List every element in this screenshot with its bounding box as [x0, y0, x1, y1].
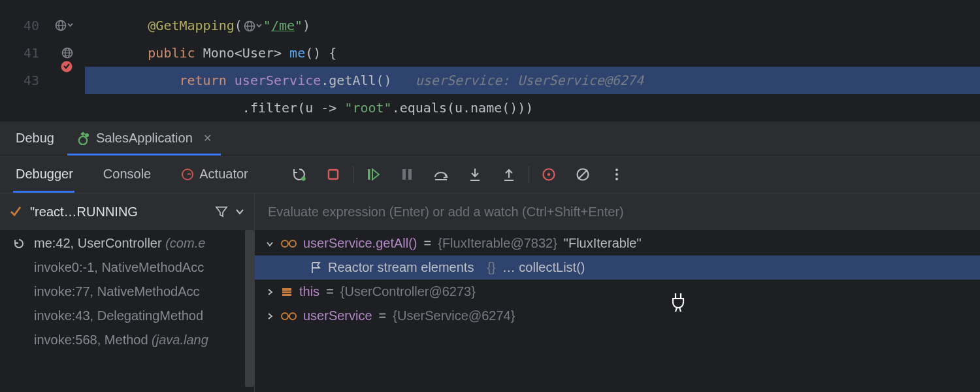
expand-chevron[interactable] [265, 288, 274, 296]
variable-row[interactable]: userService.getAll() = {FluxIterable@783… [255, 231, 980, 255]
check-icon [9, 205, 22, 218]
thread-selector[interactable]: "react…RUNNING [0, 193, 254, 230]
svg-point-22 [615, 169, 618, 171]
stop-icon[interactable] [316, 161, 350, 188]
svg-point-23 [615, 173, 618, 176]
svg-point-31 [289, 313, 296, 319]
flag-icon [310, 261, 321, 274]
debugger-body: "react…RUNNING me:42, UserController (co… [0, 193, 980, 392]
run-config-label: SalesApplication [96, 131, 193, 146]
svg-point-30 [282, 313, 288, 319]
code-line[interactable]: return userService.getAll() userService:… [85, 67, 980, 94]
actuator-icon [181, 168, 194, 181]
globe-icon[interactable] [61, 47, 73, 59]
code-line[interactable]: public Mono<User> me() { [85, 39, 980, 67]
stack-frame[interactable]: invoke:43, DelegatingMethod [0, 304, 254, 328]
resume-icon[interactable] [356, 161, 390, 188]
expand-chevron[interactable] [265, 312, 274, 320]
step-over-icon[interactable] [424, 161, 458, 188]
svg-point-8 [85, 133, 89, 137]
step-out-icon[interactable] [492, 161, 526, 188]
svg-rect-28 [282, 291, 291, 293]
close-icon[interactable]: ✕ [203, 132, 212, 144]
variable-row[interactable]: userService = {UserService@6274} [255, 304, 980, 328]
stack-frame[interactable]: invoke:568, Method (java.lang [0, 328, 254, 352]
variable-row[interactable]: this = {UserController@6273} [255, 280, 980, 304]
svg-line-21 [578, 170, 587, 179]
tool-window-tabs: Debug SalesApplication ✕ [0, 121, 980, 155]
svg-point-26 [289, 240, 296, 247]
filter-icon[interactable] [215, 205, 228, 218]
frames-list[interactable]: me:42, UserController (com.einvoke0:-1, … [0, 230, 254, 352]
subtab-debugger[interactable]: Debugger [0, 155, 88, 193]
svg-rect-29 [282, 294, 291, 296]
svg-point-10 [301, 176, 305, 180]
chevron-down-icon[interactable] [235, 206, 245, 217]
editor-gutter: 404143 [0, 0, 85, 94]
drop-frame-icon[interactable] [13, 238, 25, 250]
code-line[interactable]: .filter(u -> "root".equals(u.name())) [85, 94, 980, 122]
globe-dropdown-icon[interactable] [55, 20, 73, 31]
svg-point-24 [615, 178, 618, 180]
scrollbar-thumb[interactable] [245, 230, 254, 387]
editor-code[interactable]: @GetMapping("/me") public Mono<User> me(… [85, 0, 980, 122]
svg-rect-13 [402, 169, 406, 180]
thread-name: "react…RUNNING [30, 204, 138, 220]
stack-frame[interactable]: me:42, UserController (com.e [0, 231, 254, 255]
subtab-console[interactable]: Console [88, 155, 165, 193]
code-line[interactable]: @GetMapping("/me") [85, 12, 980, 39]
stack-frame[interactable]: invoke:77, NativeMethodAcc [0, 280, 254, 304]
variables-panel: Evaluate expression (Enter) or add a wat… [255, 193, 980, 392]
svg-rect-14 [408, 169, 412, 180]
expand-chevron[interactable] [265, 240, 274, 248]
glasses-icon [281, 312, 297, 321]
svg-point-19 [547, 172, 550, 175]
subtab-actuator[interactable]: Actuator [165, 155, 262, 193]
variables-tree[interactable]: userService.getAll() = {FluxIterable@783… [255, 230, 980, 328]
svg-rect-27 [282, 288, 291, 291]
tool-window-title: Debug [0, 131, 67, 146]
more-icon[interactable] [600, 161, 634, 188]
view-breakpoints-icon[interactable] [532, 161, 566, 188]
svg-point-7 [79, 136, 87, 144]
rerun-icon[interactable] [282, 161, 316, 188]
svg-point-25 [282, 240, 288, 247]
evaluate-expression-input[interactable]: Evaluate expression (Enter) or add a wat… [255, 193, 980, 230]
svg-rect-12 [368, 169, 370, 180]
run-config-tab[interactable]: SalesApplication ✕ [67, 122, 221, 155]
debugger-toolbar: Debugger Console Actuator [0, 155, 980, 193]
step-into-icon[interactable] [458, 161, 492, 188]
code-editor[interactable]: 404143 @GetMapping("/me") public Mono<Us… [0, 0, 980, 121]
glasses-icon [281, 239, 297, 248]
mute-breakpoints-icon[interactable] [566, 161, 600, 188]
pause-icon[interactable] [390, 161, 424, 188]
url-gutter-icon[interactable] [244, 20, 262, 32]
rerun-icon [76, 132, 90, 145]
variable-row[interactable]: Reactor stream elements {} … collectList… [255, 255, 980, 280]
stack-frame[interactable]: invoke0:-1, NativeMethodAcc [0, 255, 254, 280]
svg-rect-11 [329, 170, 338, 179]
field-icon [281, 287, 293, 297]
frames-panel: "react…RUNNING me:42, UserController (co… [0, 193, 255, 392]
